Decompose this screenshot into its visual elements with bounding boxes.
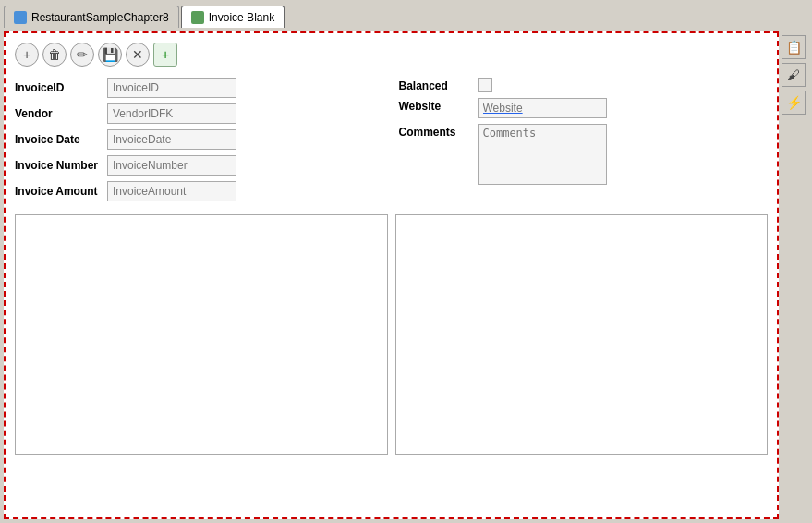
form-container: + 🗑 ✏ 💾 ✕ + InvoiceID Vendor Invoice — [4, 31, 779, 519]
subforms-row — [15, 214, 768, 455]
invoice-amount-row: Invoice Amount — [15, 181, 384, 201]
invoice-amount-input[interactable] — [107, 181, 236, 201]
edit-button[interactable]: ✏ — [70, 43, 94, 67]
vendor-label: Vendor — [15, 107, 107, 120]
balanced-label: Balanced — [399, 78, 473, 92]
subform-left — [15, 214, 388, 455]
invoice-id-row: InvoiceID — [15, 78, 384, 98]
comments-label: Comments — [399, 124, 473, 139]
delete-button[interactable]: 🗑 — [42, 43, 67, 67]
form-fields: InvoiceID Vendor Invoice Date Invoice Nu… — [15, 78, 768, 207]
sidebar-btn-3[interactable]: ⚡ — [782, 91, 806, 115]
invoice-amount-label: Invoice Amount — [15, 185, 107, 198]
invoice-id-input[interactable] — [107, 78, 236, 98]
tab-database[interactable]: RestaurantSampleChapter8 — [4, 6, 179, 28]
sidebar-btn-2[interactable]: 🖌 — [782, 63, 806, 87]
invoice-number-row: Invoice Number — [15, 155, 384, 176]
invoice-number-label: Invoice Number — [15, 159, 107, 172]
add-related-button[interactable]: + — [153, 43, 177, 67]
website-input[interactable] — [478, 98, 607, 118]
invoice-id-label: InvoiceID — [15, 81, 107, 94]
save-button[interactable]: 💾 — [98, 43, 122, 67]
vendor-row: Vendor — [15, 103, 384, 124]
tab-invoice-label: Invoice Blank — [209, 11, 274, 24]
right-section: Balanced Website Comments — [392, 78, 769, 207]
toolbar: + 🗑 ✏ 💾 ✕ + — [15, 43, 768, 67]
vendor-input[interactable] — [107, 103, 236, 124]
main-area: + 🗑 ✏ 💾 ✕ + InvoiceID Vendor Invoice — [0, 28, 812, 523]
sidebar-btn-1[interactable]: 📋 — [782, 35, 806, 59]
invoice-number-input[interactable] — [107, 155, 236, 176]
comments-row: Comments — [399, 124, 769, 185]
comments-input[interactable] — [478, 124, 607, 185]
tab-database-label: RestaurantSampleChapter8 — [31, 11, 169, 24]
add-button[interactable]: + — [15, 43, 39, 67]
balanced-row: Balanced — [399, 78, 769, 92]
database-icon — [14, 11, 27, 24]
left-section: InvoiceID Vendor Invoice Date Invoice Nu… — [15, 78, 392, 207]
balanced-checkbox[interactable] — [478, 78, 492, 92]
cancel-button[interactable]: ✕ — [126, 43, 150, 67]
invoice-date-input[interactable] — [107, 129, 236, 150]
subform-right — [395, 214, 769, 455]
invoice-date-label: Invoice Date — [15, 133, 107, 146]
website-row: Website — [399, 98, 769, 118]
tab-invoice-blank[interactable]: Invoice Blank — [181, 6, 285, 28]
form-icon — [191, 11, 204, 24]
website-label: Website — [399, 98, 473, 113]
right-sidebar: 📋 🖌 ⚡ — [779, 31, 808, 519]
tab-bar: RestaurantSampleChapter8 Invoice Blank — [0, 0, 812, 28]
invoice-date-row: Invoice Date — [15, 129, 384, 150]
